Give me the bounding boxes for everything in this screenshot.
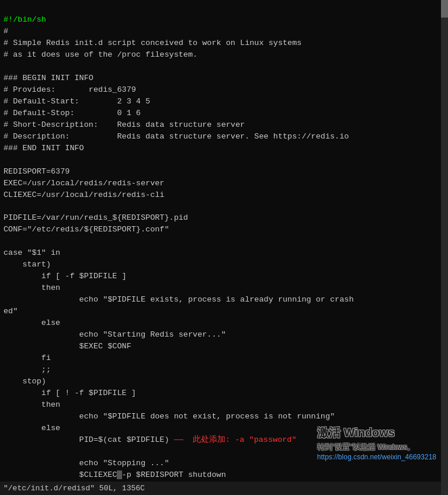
line-semicolons1: ;; [4,365,51,374]
scrollbar-thumb[interactable] [441,0,448,18]
line-default-stop: # Default-Stop: 0 1 6 [4,109,141,117]
status-bar: "/etc/init.d/redisd" 50L, 1356C [0,482,441,495]
line-cliexec: CLIEXEC=/usr/local/redis/redis-cli [4,191,164,199]
line-start: start) [4,260,51,269]
line-echo-exists: echo "$PIDFILE exists, process is alread… [4,295,354,304]
line-ed: ed" [4,307,18,316]
line-description: # Description: Redis data structure serv… [4,132,349,141]
terminal: #!/bin/sh # # Simple Redis init.d script… [0,0,448,495]
line-comment1: # Simple Redis init.d script conceived t… [4,39,301,47]
csdn-link: https://blog.csdn.net/weixin_46693218 [317,452,436,463]
annotation-arrow: —— 此处添加: -a "password" [169,434,297,446]
line-echo-stopping: echo "Stopping ..." [4,459,169,468]
code-content: #!/bin/sh # # Simple Redis init.d script… [4,2,444,434]
line-init-end: ### END INIT INFO [4,144,84,153]
line-short-desc: # Short-Description: Redis data structur… [4,120,245,129]
windows-activation-overlay: 激活 Windows 转到"设置"以激活 Windows。 https://bl… [317,424,436,463]
line-init-begin: ### BEGIN INIT INFO [4,74,93,82]
line-provides: # Provides: redis_6379 [4,85,136,94]
line-exec-conf: $EXEC $CONF [4,342,131,351]
line-if-pidfile: if [ -f $PIDFILE ] [4,272,127,281]
line-shebang: #!/bin/sh [4,15,46,24]
line-echo-notexist: echo "$PIDFILE does not exist, process i… [4,412,335,421]
line-hash: # [4,27,8,36]
line-case: case "$1" in [4,248,60,257]
pid-code: PID=$(cat $PIDFILE) [4,434,169,446]
windows-activate-subtitle: 转到"设置"以激活 Windows。 [317,442,436,453]
line-default-start: # Default-Start: 2 3 4 5 [4,97,150,106]
line-else1: else [4,319,60,327]
windows-activate-title: 激活 Windows [317,424,436,442]
line-redisport: REDISPORT=6379 [4,167,70,176]
line-else2: else [4,424,60,432]
line-exec: EXEC=/usr/local/redis/redis-server [4,179,164,188]
line-stop: stop) [4,377,46,386]
scrollbar[interactable] [441,0,448,495]
line-fi1: fi [4,354,51,362]
line-if-not-pidfile: if [ ! -f $PIDFILE ] [4,389,136,397]
status-text: "/etc/init.d/redisd" 50L, 1356C [4,484,145,493]
line-cliexec-shutdown: $CLIEXEC -p $REDISPORT shutdown [4,470,226,479]
line-pidfile: PIDFILE=/var/run/redis_${REDISPORT}.pid [4,213,188,222]
line-comment2: # as it does use of the /proc filesystem… [4,50,197,59]
line-conf: CONF="/etc/redis/${REDISPORT}.conf" [4,225,169,234]
line-then1: then [4,283,60,292]
line-echo-starting: echo "Starting Redis server..." [4,330,226,339]
line-then2: then [4,400,60,409]
